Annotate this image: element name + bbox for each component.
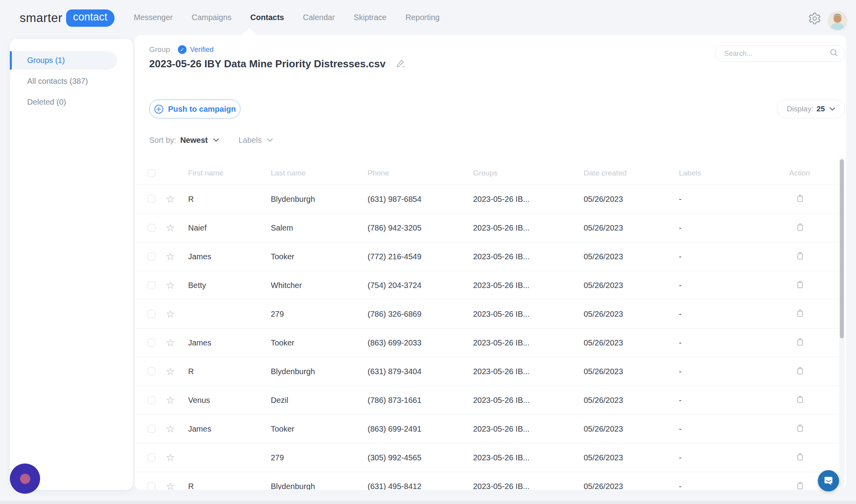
cell-phone: (305) 992-4565 bbox=[368, 453, 473, 462]
row-checkbox[interactable] bbox=[148, 339, 155, 347]
search-input[interactable] bbox=[724, 50, 830, 58]
cell-date-created: 05/26/2023 bbox=[584, 252, 679, 261]
delete-row-icon[interactable] bbox=[796, 194, 846, 205]
chat-launcher-button[interactable] bbox=[818, 470, 839, 491]
cell-phone: (786) 326-6869 bbox=[368, 310, 473, 319]
table-row: ☆ Betty Whitcher (754) 204-3724 2023-05-… bbox=[135, 271, 846, 299]
cell-date-created: 05/26/2023 bbox=[584, 396, 679, 405]
delete-row-icon[interactable] bbox=[796, 366, 846, 377]
delete-row-icon[interactable] bbox=[796, 309, 846, 319]
table-header-row: First name Last name Phone Groups Date c… bbox=[135, 161, 846, 185]
row-checkbox[interactable] bbox=[148, 310, 155, 318]
star-icon[interactable]: ☆ bbox=[166, 452, 188, 463]
labels-filter-dropdown[interactable]: Labels bbox=[238, 136, 273, 145]
cell-last-name: Dezil bbox=[271, 396, 368, 405]
star-icon[interactable]: ☆ bbox=[166, 395, 188, 405]
cell-labels: - bbox=[679, 425, 789, 434]
cell-first-name: R bbox=[188, 195, 271, 204]
cell-groups: 2023-05-26 IB... bbox=[473, 396, 584, 405]
row-checkbox[interactable] bbox=[148, 425, 155, 433]
chat-bubble-icon bbox=[823, 475, 834, 486]
table-body: ☆ R Blydenburgh (631) 987-6854 2023-05-2… bbox=[135, 185, 846, 490]
delete-row-icon[interactable] bbox=[796, 251, 846, 262]
cell-last-name: Blydenburgh bbox=[271, 367, 368, 376]
cell-date-created: 05/26/2023 bbox=[584, 338, 679, 347]
cell-phone: (863) 699-2033 bbox=[368, 338, 473, 347]
settings-gear-icon[interactable] bbox=[808, 12, 821, 25]
col-groups: Groups bbox=[473, 169, 584, 177]
select-all-checkbox[interactable] bbox=[148, 169, 155, 177]
cell-groups: 2023-05-26 IB... bbox=[473, 367, 584, 376]
logo-text-smarter: smarter bbox=[20, 11, 63, 25]
cell-first-name: R bbox=[188, 367, 271, 376]
row-checkbox[interactable] bbox=[148, 224, 155, 232]
search-icon[interactable] bbox=[830, 48, 838, 59]
cell-labels: - bbox=[679, 223, 789, 233]
table-row: ☆ R Blydenburgh (631) 987-6854 2023-05-2… bbox=[135, 185, 846, 213]
nav-item-calendar[interactable]: Calendar bbox=[303, 13, 335, 22]
cell-labels: - bbox=[679, 482, 789, 490]
row-checkbox[interactable] bbox=[148, 281, 155, 289]
display-count-dropdown[interactable]: Display: 25 bbox=[777, 100, 845, 118]
table-scrollbar-thumb[interactable] bbox=[840, 159, 844, 338]
nav-item-skiptrace[interactable]: Skiptrace bbox=[354, 13, 386, 22]
col-first-name: First name bbox=[188, 169, 271, 177]
cell-last-name: 279 bbox=[271, 310, 368, 319]
nav-item-campaigns[interactable]: Campaigns bbox=[192, 13, 231, 22]
app-logo[interactable]: smarter contact bbox=[20, 9, 115, 27]
delete-row-icon[interactable] bbox=[796, 424, 846, 434]
cell-last-name: Salem bbox=[271, 223, 368, 233]
star-icon[interactable]: ☆ bbox=[166, 366, 188, 377]
chevron-down-icon bbox=[830, 107, 835, 111]
sort-by-dropdown[interactable]: Sort by: Newest bbox=[149, 136, 219, 145]
recording-widget-button[interactable] bbox=[10, 463, 40, 494]
cell-date-created: 05/26/2023 bbox=[584, 482, 679, 490]
nav-item-contacts[interactable]: Contacts bbox=[250, 13, 284, 22]
row-checkbox[interactable] bbox=[148, 482, 155, 490]
contacts-sidebar: Groups (1) All contacts (387) Deleted (0… bbox=[10, 39, 133, 490]
cell-last-name: Whitcher bbox=[271, 281, 368, 290]
delete-row-icon[interactable] bbox=[796, 223, 846, 233]
cell-groups: 2023-05-26 IB... bbox=[473, 310, 584, 319]
cell-first-name: Naief bbox=[188, 223, 271, 233]
cell-labels: - bbox=[679, 396, 789, 405]
row-checkbox[interactable] bbox=[148, 253, 155, 260]
star-icon[interactable]: ☆ bbox=[166, 481, 188, 490]
cell-phone: (863) 699-2491 bbox=[368, 425, 473, 434]
star-icon[interactable]: ☆ bbox=[166, 251, 188, 262]
push-to-campaign-button[interactable]: Push to campaign bbox=[149, 100, 240, 118]
table-row: ☆ 279 (786) 326-6869 2023-05-26 IB... 05… bbox=[135, 299, 846, 328]
cell-last-name: Tooker bbox=[271, 252, 368, 261]
row-checkbox[interactable] bbox=[148, 195, 155, 203]
nav-item-messenger[interactable]: Messenger bbox=[134, 13, 173, 22]
col-last-name: Last name bbox=[271, 169, 368, 177]
row-checkbox[interactable] bbox=[148, 454, 155, 462]
verified-badge: ✓ Verified bbox=[178, 45, 214, 54]
edit-title-icon[interactable] bbox=[396, 59, 405, 70]
user-avatar[interactable] bbox=[828, 11, 847, 30]
sidebar-item-groups[interactable]: Groups (1) bbox=[10, 51, 117, 70]
contacts-table: First name Last name Phone Groups Date c… bbox=[135, 161, 846, 490]
star-icon[interactable]: ☆ bbox=[166, 309, 188, 319]
nav-item-reporting[interactable]: Reporting bbox=[405, 13, 440, 22]
col-date-created: Date created bbox=[584, 169, 679, 177]
cell-last-name: Blydenburgh bbox=[271, 195, 368, 204]
cell-date-created: 05/26/2023 bbox=[584, 223, 679, 233]
star-icon[interactable]: ☆ bbox=[166, 280, 188, 290]
sidebar-item-deleted[interactable]: Deleted (0) bbox=[10, 93, 133, 111]
sidebar-item-all-contacts[interactable]: All contacts (387) bbox=[10, 72, 133, 90]
star-icon[interactable]: ☆ bbox=[166, 223, 188, 233]
row-checkbox[interactable] bbox=[148, 396, 155, 404]
delete-row-icon[interactable] bbox=[796, 395, 846, 406]
delete-row-icon[interactable] bbox=[796, 338, 846, 348]
star-icon[interactable]: ☆ bbox=[166, 424, 188, 434]
star-icon[interactable]: ☆ bbox=[166, 338, 188, 348]
cell-last-name: 279 bbox=[271, 453, 368, 462]
delete-row-icon[interactable] bbox=[796, 280, 846, 291]
push-to-campaign-label: Push to campaign bbox=[168, 105, 236, 114]
row-checkbox[interactable] bbox=[148, 367, 155, 375]
star-icon[interactable]: ☆ bbox=[166, 194, 188, 204]
delete-row-icon[interactable] bbox=[796, 452, 846, 463]
cell-groups: 2023-05-26 IB... bbox=[473, 281, 584, 290]
cell-phone: (631) 987-6854 bbox=[368, 195, 473, 204]
